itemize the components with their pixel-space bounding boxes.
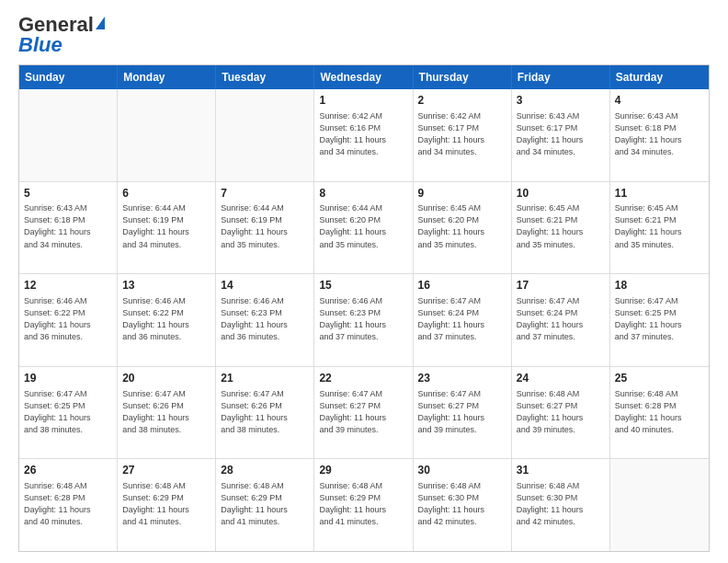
calendar-cell: 3Sunrise: 6:43 AM Sunset: 6:17 PM Daylig… (512, 89, 610, 181)
day-number: 13 (122, 278, 210, 293)
header-day-monday: Monday (118, 65, 216, 89)
day-info: Sunrise: 6:47 AM Sunset: 6:27 PM Dayligh… (319, 388, 407, 436)
day-info: Sunrise: 6:47 AM Sunset: 6:24 PM Dayligh… (517, 295, 605, 343)
calendar-cell: 17Sunrise: 6:47 AM Sunset: 6:24 PM Dayli… (512, 274, 610, 366)
day-info: Sunrise: 6:48 AM Sunset: 6:27 PM Dayligh… (517, 388, 605, 436)
day-number: 22 (319, 371, 407, 386)
calendar-week-1: 1Sunrise: 6:42 AM Sunset: 6:16 PM Daylig… (19, 89, 709, 182)
day-info: Sunrise: 6:43 AM Sunset: 6:17 PM Dayligh… (517, 110, 605, 158)
day-number: 25 (615, 371, 704, 386)
day-number: 29 (319, 463, 407, 478)
calendar-cell: 8Sunrise: 6:44 AM Sunset: 6:20 PM Daylig… (314, 182, 413, 274)
calendar-cell: 11Sunrise: 6:45 AM Sunset: 6:21 PM Dayli… (610, 182, 709, 274)
day-number: 11 (615, 186, 704, 201)
day-info: Sunrise: 6:43 AM Sunset: 6:18 PM Dayligh… (24, 202, 112, 250)
calendar-cell: 27Sunrise: 6:48 AM Sunset: 6:29 PM Dayli… (118, 459, 216, 551)
calendar-cell: 31Sunrise: 6:48 AM Sunset: 6:30 PM Dayli… (512, 459, 610, 551)
day-info: Sunrise: 6:48 AM Sunset: 6:28 PM Dayligh… (615, 388, 704, 436)
calendar-cell: 2Sunrise: 6:42 AM Sunset: 6:17 PM Daylig… (414, 89, 512, 181)
day-number: 31 (517, 463, 605, 478)
day-number: 18 (615, 278, 704, 293)
day-info: Sunrise: 6:48 AM Sunset: 6:28 PM Dayligh… (24, 480, 112, 528)
calendar-week-5: 26Sunrise: 6:48 AM Sunset: 6:28 PM Dayli… (19, 459, 709, 551)
calendar-body: 1Sunrise: 6:42 AM Sunset: 6:16 PM Daylig… (19, 89, 709, 551)
day-info: Sunrise: 6:48 AM Sunset: 6:29 PM Dayligh… (319, 480, 407, 528)
logo-blue-text: Blue (18, 35, 63, 55)
day-number: 9 (418, 186, 506, 201)
calendar-cell: 9Sunrise: 6:45 AM Sunset: 6:20 PM Daylig… (414, 182, 512, 274)
header-day-friday: Friday (512, 65, 610, 89)
day-number: 5 (24, 186, 112, 201)
day-number: 6 (122, 186, 210, 201)
calendar-cell: 20Sunrise: 6:47 AM Sunset: 6:26 PM Dayli… (118, 367, 216, 459)
day-number: 3 (517, 93, 605, 109)
day-info: Sunrise: 6:47 AM Sunset: 6:24 PM Dayligh… (418, 295, 506, 343)
day-number: 4 (615, 93, 704, 109)
calendar-week-4: 19Sunrise: 6:47 AM Sunset: 6:25 PM Dayli… (19, 367, 709, 460)
day-info: Sunrise: 6:48 AM Sunset: 6:30 PM Dayligh… (418, 480, 506, 528)
day-number: 12 (24, 278, 112, 293)
day-info: Sunrise: 6:45 AM Sunset: 6:20 PM Dayligh… (418, 202, 506, 250)
header-day-tuesday: Tuesday (216, 65, 314, 89)
calendar-cell: 4Sunrise: 6:43 AM Sunset: 6:18 PM Daylig… (610, 89, 709, 181)
day-number: 23 (418, 371, 506, 386)
day-info: Sunrise: 6:48 AM Sunset: 6:29 PM Dayligh… (221, 480, 309, 528)
day-number: 20 (122, 371, 210, 386)
calendar-cell: 14Sunrise: 6:46 AM Sunset: 6:23 PM Dayli… (216, 274, 314, 366)
page: General Blue SundayMondayTuesdayWednesda… (0, 0, 728, 563)
day-number: 26 (24, 463, 112, 478)
logo-triangle-icon (96, 17, 105, 29)
calendar-cell: 18Sunrise: 6:47 AM Sunset: 6:25 PM Dayli… (610, 274, 709, 366)
header-day-sunday: Sunday (19, 65, 118, 89)
day-number: 21 (221, 371, 309, 386)
day-info: Sunrise: 6:44 AM Sunset: 6:20 PM Dayligh… (319, 202, 407, 250)
day-info: Sunrise: 6:44 AM Sunset: 6:19 PM Dayligh… (122, 202, 210, 250)
day-number: 30 (418, 463, 506, 478)
calendar-cell: 10Sunrise: 6:45 AM Sunset: 6:21 PM Dayli… (512, 182, 610, 274)
calendar-cell (19, 89, 118, 181)
day-number: 8 (319, 186, 407, 201)
calendar-cell: 12Sunrise: 6:46 AM Sunset: 6:22 PM Dayli… (19, 274, 118, 366)
calendar: SundayMondayTuesdayWednesdayThursdayFrid… (18, 64, 710, 552)
calendar-cell: 23Sunrise: 6:47 AM Sunset: 6:27 PM Dayli… (414, 367, 512, 459)
day-info: Sunrise: 6:46 AM Sunset: 6:23 PM Dayligh… (221, 295, 309, 343)
day-number: 28 (221, 463, 309, 478)
calendar-cell (216, 89, 314, 181)
calendar-week-2: 5Sunrise: 6:43 AM Sunset: 6:18 PM Daylig… (19, 182, 709, 275)
calendar-cell: 25Sunrise: 6:48 AM Sunset: 6:28 PM Dayli… (610, 367, 709, 459)
calendar-cell: 26Sunrise: 6:48 AM Sunset: 6:28 PM Dayli… (19, 459, 118, 551)
day-info: Sunrise: 6:47 AM Sunset: 6:26 PM Dayligh… (122, 388, 210, 436)
calendar-cell: 15Sunrise: 6:46 AM Sunset: 6:23 PM Dayli… (314, 274, 413, 366)
day-number: 27 (122, 463, 210, 478)
day-info: Sunrise: 6:47 AM Sunset: 6:25 PM Dayligh… (24, 388, 112, 436)
day-number: 19 (24, 371, 112, 386)
day-info: Sunrise: 6:42 AM Sunset: 6:16 PM Dayligh… (319, 110, 407, 158)
calendar-cell: 28Sunrise: 6:48 AM Sunset: 6:29 PM Dayli… (216, 459, 314, 551)
logo: General Blue (18, 15, 105, 55)
day-number: 7 (221, 186, 309, 201)
calendar-cell: 13Sunrise: 6:46 AM Sunset: 6:22 PM Dayli… (118, 274, 216, 366)
day-info: Sunrise: 6:45 AM Sunset: 6:21 PM Dayligh… (615, 202, 704, 250)
day-info: Sunrise: 6:43 AM Sunset: 6:18 PM Dayligh… (615, 110, 704, 158)
day-number: 2 (418, 93, 506, 109)
header-day-saturday: Saturday (610, 65, 709, 89)
calendar-cell: 22Sunrise: 6:47 AM Sunset: 6:27 PM Dayli… (314, 367, 413, 459)
day-info: Sunrise: 6:46 AM Sunset: 6:22 PM Dayligh… (122, 295, 210, 343)
day-info: Sunrise: 6:47 AM Sunset: 6:27 PM Dayligh… (418, 388, 506, 436)
day-number: 17 (517, 278, 605, 293)
calendar-cell: 30Sunrise: 6:48 AM Sunset: 6:30 PM Dayli… (414, 459, 512, 551)
calendar-header: SundayMondayTuesdayWednesdayThursdayFrid… (19, 65, 709, 89)
day-info: Sunrise: 6:47 AM Sunset: 6:25 PM Dayligh… (615, 295, 704, 343)
calendar-cell (118, 89, 216, 181)
day-info: Sunrise: 6:47 AM Sunset: 6:26 PM Dayligh… (221, 388, 309, 436)
day-info: Sunrise: 6:42 AM Sunset: 6:17 PM Dayligh… (418, 110, 506, 158)
day-info: Sunrise: 6:48 AM Sunset: 6:29 PM Dayligh… (122, 480, 210, 528)
header-day-thursday: Thursday (414, 65, 512, 89)
calendar-cell: 7Sunrise: 6:44 AM Sunset: 6:19 PM Daylig… (216, 182, 314, 274)
calendar-cell: 29Sunrise: 6:48 AM Sunset: 6:29 PM Dayli… (314, 459, 413, 551)
calendar-cell: 16Sunrise: 6:47 AM Sunset: 6:24 PM Dayli… (414, 274, 512, 366)
calendar-week-3: 12Sunrise: 6:46 AM Sunset: 6:22 PM Dayli… (19, 274, 709, 367)
day-number: 15 (319, 278, 407, 293)
header-day-wednesday: Wednesday (314, 65, 413, 89)
header: General Blue (18, 15, 710, 55)
